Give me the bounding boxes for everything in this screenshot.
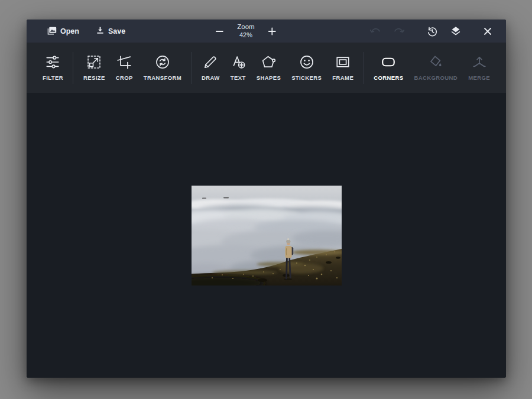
filter-sliders-icon [45,54,60,70]
redo-button[interactable] [390,22,408,40]
close-icon [482,26,493,37]
tool-draw[interactable]: DRAW [196,51,225,85]
resize-icon [86,54,102,70]
tool-label: CROP [116,74,133,81]
zoom-controls: Zoom 42% [212,20,279,43]
undo-icon [369,25,382,38]
redo-icon [392,25,406,38]
undo-button[interactable] [366,22,384,40]
canvas-image[interactable] [192,186,342,286]
tool-label: FILTER [43,74,63,81]
transform-rotate-icon [155,54,170,70]
tool-background[interactable]: BACKGROUND [408,51,463,85]
shapes-polygon-icon [261,54,276,70]
open-image-icon [46,25,58,37]
tool-label: FRAME [332,74,353,81]
history-clock-icon [426,25,439,38]
rounded-corners-icon [381,54,396,70]
tool-frame[interactable]: FRAME [327,51,359,85]
toolbar-separator [73,52,73,84]
tool-resize[interactable]: RESIZE [78,51,111,85]
pencil-icon [203,54,218,70]
tool-transform[interactable]: TRANSFORM [138,51,187,85]
tool-shapes[interactable]: SHAPES [251,51,286,85]
tool-bar: FILTER RESIZE [27,43,506,93]
minus-icon [215,27,224,36]
save-download-icon [95,25,106,37]
tool-label: TEXT [231,74,246,81]
tool-label: CORNERS [374,74,403,81]
save-label: Save [108,27,125,35]
editor-canvas [27,93,506,378]
toolbar-separator [192,52,192,84]
merge-arrow-icon [472,54,487,70]
save-button[interactable]: Save [91,23,129,39]
history-button[interactable] [423,22,441,40]
tool-text[interactable]: TEXT [225,51,251,85]
zoom-display: Zoom 42% [237,22,254,39]
tool-label: MERGE [468,74,490,81]
tool-label: SHAPES [257,74,281,81]
editor-window: Open Save Zoom [27,20,506,378]
toolbar-separator [364,52,364,84]
zoom-in-button[interactable] [265,24,280,38]
zoom-label: Zoom [237,22,254,31]
tool-label: TRANSFORM [144,74,181,81]
paint-bucket-icon [428,54,443,70]
smiley-icon [299,54,314,70]
tool-filter[interactable]: FILTER [37,51,69,85]
crop-icon [116,54,132,70]
plus-icon [268,27,277,36]
tool-label: BACKGROUND [414,74,458,81]
tool-label: RESIZE [83,74,105,81]
zoom-out-button[interactable] [212,24,226,38]
layers-icon [449,25,462,38]
tool-crop[interactable]: CROP [111,51,138,85]
tool-label: STICKERS [291,74,322,81]
zoom-value: 42% [239,31,252,40]
frame-icon [335,54,351,70]
close-button[interactable] [480,24,495,39]
tool-merge[interactable]: MERGE [463,51,495,85]
top-bar: Open Save Zoom [27,20,506,43]
layers-button[interactable] [447,22,465,40]
open-label: Open [60,27,79,35]
photo-hiker-above-clouds [192,186,342,286]
tool-label: DRAW [202,74,220,81]
open-button[interactable]: Open [42,22,83,40]
tool-corners[interactable]: CORNERS [368,51,408,85]
tool-stickers[interactable]: STICKERS [286,51,327,85]
text-add-icon [231,54,246,70]
